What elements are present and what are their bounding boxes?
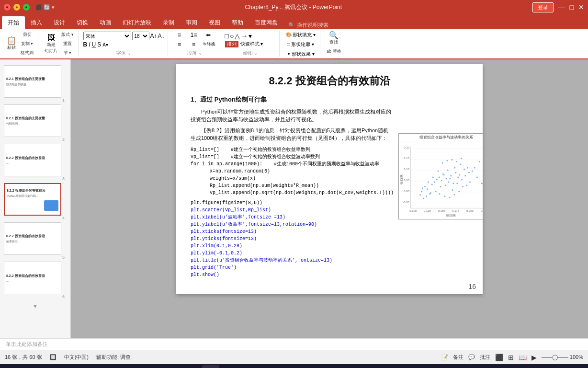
search-area[interactable]: 🔍 操作说明搜索 <box>288 22 328 29</box>
tab-record[interactable]: 录制 <box>157 16 180 29</box>
strikethrough-btn[interactable]: S <box>97 41 101 48</box>
svg-point-52 <box>428 181 429 183</box>
app1-btn[interactable]: 📊 <box>129 365 147 368</box>
section-btn[interactable]: 节 ▾ <box>60 49 75 57</box>
slide-thumb-5[interactable]: 8.2.2 投资组合的有效前沿 效率前沿... 5 <box>4 222 67 260</box>
close-btn[interactable]: ● <box>4 4 11 11</box>
layout-btn[interactable]: 版式 ▾ <box>60 31 75 39</box>
underline-btn[interactable]: U <box>92 41 96 48</box>
window-restore-icon[interactable]: □ <box>570 3 574 11</box>
svg-text:0.15: 0.15 <box>404 157 409 160</box>
ppt-taskbar-btn[interactable]: 📊 <box>202 365 219 368</box>
tab-home[interactable]: 开始 <box>2 16 25 29</box>
edge-btn[interactable]: 🌐 <box>57 365 74 368</box>
slide-title[interactable]: 8.2.2 投资组合的有效前沿 <box>191 74 468 88</box>
find-btn[interactable]: 🔍 查找 <box>325 31 343 46</box>
notes-placeholder[interactable]: 单击此处添加备注 <box>6 341 48 348</box>
shape-format-sub: 🎨 形状填充 ▾ □ 形状轮廓 ▾ ✦ 形状效果 ▾ <box>284 31 317 58</box>
bullet-btn[interactable]: ≡ <box>173 31 186 39</box>
window-min-icon[interactable]: — <box>558 3 565 11</box>
font-size-decrease-btn[interactable]: A↓ <box>158 33 165 39</box>
more-shapes-icon[interactable]: ▾ <box>249 32 252 40</box>
tab-review[interactable]: 审阅 <box>180 16 203 29</box>
copy-btn[interactable]: 复制 ▾ <box>19 40 35 48</box>
tab-slideshow[interactable]: 幻灯片放映 <box>117 16 157 29</box>
slide-thumb-2[interactable]: 8.2.1 投资组合的主要变量 代码示例... 2 <box>4 104 67 142</box>
min-btn[interactable]: ● <box>13 4 20 11</box>
code-block[interactable]: Rp_list=[] #建立一个初始的投资组合收益率数列 Vp_list=[] … <box>191 146 394 278</box>
slide-count-icon: 🔲 <box>50 354 57 360</box>
tab-insert[interactable]: 插入 <box>25 16 48 29</box>
font-size-increase-btn[interactable]: A↑ <box>150 33 157 39</box>
slide-edit-area[interactable]: 8.2.2 投资组合的有效前沿 1、通过 Python绘制可行集 Python可… <box>71 59 588 338</box>
font-color-btn[interactable]: A▾ <box>102 42 108 47</box>
paste-btn[interactable]: 📋 粘贴 <box>5 36 18 52</box>
slide-thumb-4[interactable]: 8.2.2 投资组合的有效前沿 Python绘制可行集代码... 4 <box>4 183 67 220</box>
tab-help[interactable]: 帮助 <box>226 16 249 29</box>
svg-point-42 <box>432 177 434 178</box>
tab-view[interactable]: 视图 <box>203 16 226 29</box>
view-outline-icon[interactable]: ⊞ <box>508 354 514 361</box>
shape-effects-btn[interactable]: ✦ 形状效果 ▾ <box>284 50 317 58</box>
slide-thumb-6[interactable]: 8.2.2 投资组合的有效前沿 ... 6 <box>4 262 67 299</box>
taskview-btn[interactable]: ⧉ <box>38 365 56 368</box>
view-normal-icon[interactable]: ⬛ <box>495 354 503 361</box>
replace-btn[interactable]: ab 替换 <box>325 47 343 56</box>
view-reading-icon[interactable]: 📖 <box>519 354 527 361</box>
app4-btn[interactable]: 📱 <box>184 365 201 368</box>
browser-btn[interactable]: 🌀 <box>93 365 110 368</box>
new-slide-btn[interactable]: 🖼 新建 幻灯片 <box>43 33 59 55</box>
window-close-icon[interactable]: ✕ <box>578 3 584 11</box>
notes-label[interactable]: 备注 <box>453 354 464 361</box>
view-slideshow-icon[interactable]: ▶ <box>531 354 537 361</box>
arrange-btn[interactable]: 排列 <box>225 41 238 47</box>
search-taskbar-btn[interactable]: 🔍 <box>20 365 37 368</box>
scroll-down-indicator: ▼ <box>0 301 70 311</box>
app3-btn[interactable]: 📧 <box>166 365 183 368</box>
align-left-btn[interactable]: ⬅ <box>202 31 215 39</box>
circle-icon: ○ <box>230 32 234 40</box>
font-family-select[interactable]: 宋体 <box>83 32 131 40</box>
shape-outline-btn[interactable]: □ 形状轮廓 ▾ <box>284 40 317 49</box>
cut-btn[interactable]: 剪切 <box>19 31 35 39</box>
tab-animations[interactable]: 动画 <box>94 16 117 29</box>
shape-format-group: 🎨 形状填充 ▾ □ 形状轮廓 ▾ ✦ 形状效果 ▾ <box>282 31 321 57</box>
reset-btn[interactable]: 重置 <box>60 40 75 48</box>
search-label[interactable]: 操作说明搜索 <box>297 22 328 29</box>
numbered-btn[interactable]: 1≡ <box>187 31 201 39</box>
slide-container[interactable]: 8.2.2 投资组合的有效前沿 1、通过 Python绘制可行集 Python可… <box>176 64 483 294</box>
file-manager-btn[interactable]: 📁 <box>75 365 92 368</box>
slide-thumb-2-inner: 8.2.1 投资组合的主要变量 代码示例... <box>4 104 61 137</box>
triangle-icon: △ <box>235 32 240 40</box>
font-size-select[interactable]: 18 <box>132 32 149 40</box>
scroll-arrow-icon: ▼ <box>33 303 38 310</box>
slide-thumb-3[interactable]: 8.2.2 投资组合的有效前沿 ... 3 <box>4 144 67 181</box>
quick-styles-btn[interactable]: 快速样式 ▾ <box>240 41 263 47</box>
align-justify-btn[interactable]: ≡ <box>187 40 201 49</box>
svg-text:-0.05: -0.05 <box>403 201 409 204</box>
start-btn[interactable]: ⊞ <box>2 365 19 368</box>
tab-baidu[interactable]: 百度网盘 <box>249 16 283 29</box>
format-painter-btn[interactable]: 格式刷 <box>19 49 35 57</box>
thumb-1-title: 8.2.1 投资组合的主要变量 <box>6 77 59 81</box>
convert-smartart-btn[interactable]: ↻转换 <box>202 40 217 49</box>
italic-btn[interactable]: I <box>89 41 90 48</box>
tab-design[interactable]: 设计 <box>48 16 71 29</box>
max-btn[interactable]: ● <box>23 4 30 11</box>
tab-transitions[interactable]: 切换 <box>71 16 94 29</box>
notes-bar[interactable]: 单击此处添加备注 <box>0 338 588 350</box>
language-indicator[interactable]: 中文(中国) <box>64 354 89 361</box>
align-center-btn[interactable]: ≡ <box>173 40 186 49</box>
wechat-btn[interactable]: 💬 <box>111 365 128 368</box>
arrow-icon: → <box>241 32 248 40</box>
login-btn[interactable]: 登录 <box>532 2 554 12</box>
comments-label[interactable]: 批注 <box>480 354 490 361</box>
bold-btn[interactable]: B <box>83 41 88 48</box>
slide-text-content[interactable]: 1、通过 Python绘制可行集 Python可以非常方便地生成投资组合的权重随… <box>191 95 394 278</box>
title-bar-left: ● ● ● ⬛ 🔄 ▾ <box>4 4 55 11</box>
powerpoint-taskbar-btn[interactable]: P <box>220 365 237 368</box>
slide-thumb-1[interactable]: 8.2.1 投资组合的主要变量 投资组合的收益... 1 <box>4 65 67 103</box>
shape-fill-btn[interactable]: 🎨 形状填充 ▾ <box>284 31 317 39</box>
accessibility-indicator[interactable]: 辅助功能: 调查 <box>96 354 131 361</box>
app2-btn[interactable]: 📁 <box>147 365 165 368</box>
